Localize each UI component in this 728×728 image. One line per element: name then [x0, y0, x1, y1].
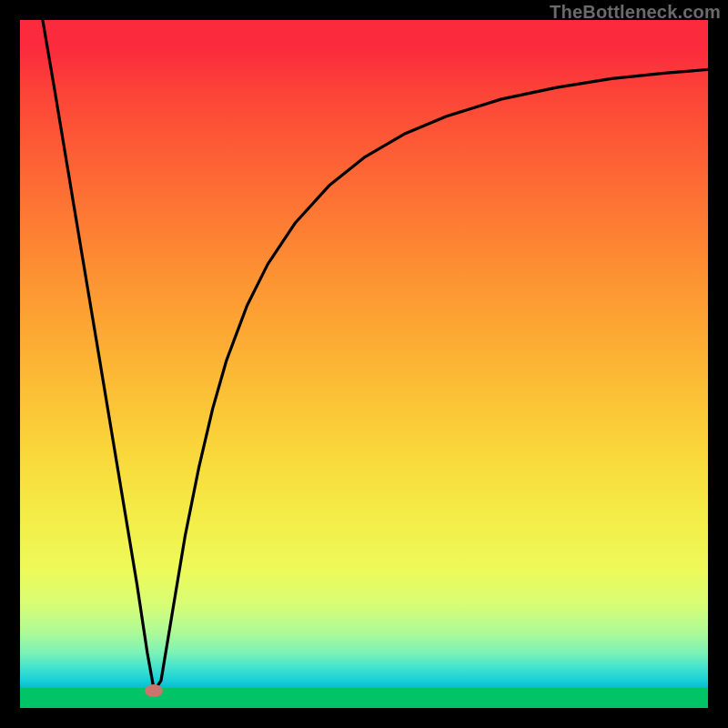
bottleneck-curve: [20, 20, 708, 708]
chart-frame: TheBottleneck.com: [0, 0, 728, 728]
plot-area: [20, 20, 708, 708]
minimum-marker: [145, 684, 163, 697]
